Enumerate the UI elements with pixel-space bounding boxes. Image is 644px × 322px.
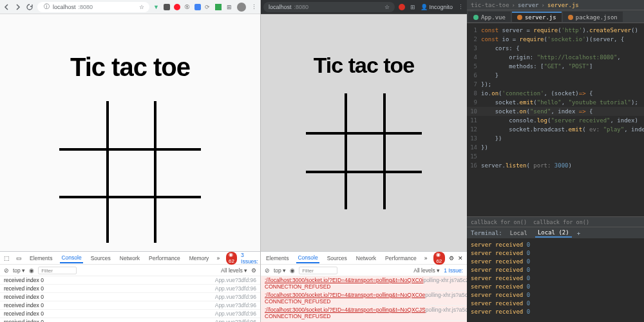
console-log: ://localhost:3000/socket.io/?EID=4&trans… (261, 276, 467, 322)
menu-icon[interactable]: ⋮ (250, 3, 258, 11)
tab-sources[interactable]: Sources (90, 254, 112, 263)
terminal-tabs: Terminal: Local Local (2) + (467, 227, 644, 238)
address-bar[interactable]: localhost:8080 ☆ (263, 2, 395, 12)
eye-icon[interactable]: ◉ (290, 267, 295, 274)
code-line[interactable]: 6 } (467, 71, 644, 80)
tictactoe-board[interactable] (306, 93, 422, 209)
crumb-file[interactable]: server.js (547, 2, 579, 8)
inspect-icon[interactable]: ⬚ (4, 255, 10, 261)
code-line[interactable]: 16server.listen( port: 3000) (467, 161, 644, 170)
tab-memory[interactable]: Memory (188, 254, 211, 263)
extensions-icon[interactable]: ⊞ (225, 3, 233, 11)
editor-tab[interactable]: package.json (563, 12, 623, 22)
code-line[interactable]: 1const server = require('http').createSe… (467, 26, 644, 35)
extensions-icon[interactable]: ⊞ (409, 3, 417, 11)
tictactoe-board[interactable] (59, 101, 201, 243)
error-badge[interactable]: ◉ 62 (433, 252, 445, 265)
issues-badge[interactable]: 3 Issues: (241, 252, 258, 265)
close-icon[interactable]: ✕ (458, 255, 463, 261)
code-editor[interactable]: 1const server = require('http').createSe… (467, 23, 644, 216)
star-icon[interactable]: ☆ (139, 4, 144, 10)
code-line[interactable]: 13 }) (467, 134, 644, 143)
breadcrumb: tic-tac-toe › server › server.js (467, 0, 644, 10)
code-line[interactable]: 5 methods: ["GET", "POST"] (467, 62, 644, 71)
context-selector[interactable]: top ▾ (274, 267, 286, 274)
reload-icon[interactable] (26, 3, 33, 11)
code-line[interactable]: 4 origin: "http://localhost:8080", (467, 53, 644, 62)
terminal-output[interactable]: server received 0server received 0server… (467, 238, 644, 322)
code-line[interactable]: 7}); (467, 80, 644, 89)
ext-icon-3[interactable] (194, 4, 201, 10)
breadcrumb-footer: callback for on() callback for on() (467, 216, 644, 227)
ext-opera-icon[interactable] (174, 4, 180, 10)
clear-console-icon[interactable]: ⊘ (265, 267, 270, 274)
ext-icon-2[interactable]: ⦿ (184, 4, 191, 10)
console-log: received index 0App.vue?3dfd:96received … (0, 276, 260, 322)
filter-input[interactable]: Filter (299, 267, 337, 274)
term-tab-local2[interactable]: Local (2) (535, 229, 572, 238)
profile-avatar[interactable] (237, 3, 246, 12)
chrome-toolbar: localhost:8080 ☆ ⊞ 👤 Incognito ⋮ (261, 0, 467, 14)
tab-performance[interactable]: Performance (384, 254, 418, 263)
crumb-project[interactable]: tic-tac-toe (471, 2, 509, 8)
tab-elements[interactable]: Elements (265, 254, 290, 263)
code-line[interactable]: 2const io = require('socket.io')(server,… (467, 35, 644, 44)
issues-badge[interactable]: 1 Issue: (444, 267, 463, 274)
devtools-panel: ⬚ ▭ Elements Console Sources Network Per… (0, 251, 260, 322)
forward-icon[interactable] (14, 3, 22, 11)
code-line[interactable]: 15 (467, 152, 644, 161)
tab-more[interactable]: » (216, 255, 220, 261)
tab-performance[interactable]: Performance (147, 254, 182, 263)
term-add-icon[interactable]: + (577, 230, 580, 236)
code-line[interactable]: 14}) (467, 143, 644, 152)
filter-input[interactable]: Filter (38, 267, 77, 274)
tab-more[interactable]: » (424, 255, 428, 261)
clear-console-icon[interactable]: ⊘ (4, 267, 9, 274)
levels-selector[interactable]: All levels ▾ (221, 267, 247, 274)
error-badge[interactable]: ◉ 62 (226, 252, 237, 265)
tab-network[interactable]: Network (355, 254, 377, 263)
devtools-panel: Elements Console Sources Network Perform… (261, 251, 467, 322)
tab-network[interactable]: Network (118, 254, 141, 263)
terminal-line: server received 0 (471, 308, 644, 316)
levels-selector[interactable]: All levels ▾ (413, 267, 440, 274)
editor-tab[interactable]: server.js (512, 12, 562, 22)
footer-a: callback for on() (471, 219, 527, 225)
code-line[interactable]: 10 socket.on("send", index => { (467, 107, 644, 116)
gear-icon[interactable]: ⚙ (251, 267, 256, 274)
term-tab-local[interactable]: Local (507, 229, 530, 237)
editor-tab[interactable]: App.vue (468, 12, 511, 22)
page-title: Tic tac toe (314, 53, 415, 78)
ext-icon-5[interactable] (215, 4, 222, 10)
terminal-line: server received 0 (471, 241, 644, 249)
terminal-line: server received 0 (471, 274, 644, 283)
console-row: received index 0App.vue?3dfd:96 (0, 301, 260, 310)
code-line[interactable]: 3 cors: { (467, 44, 644, 53)
ext-icon-4[interactable]: ⟳ (205, 4, 211, 10)
code-line[interactable]: 8io.on('connection', (socket)=> { (467, 89, 644, 98)
crumb-folder[interactable]: server (518, 2, 539, 8)
gear-icon[interactable]: ⚙ (449, 255, 454, 261)
terminal-line: server received 0 (471, 266, 644, 274)
ext-icon[interactable] (399, 4, 405, 10)
code-line[interactable]: 11 console.log("server received", index) (467, 116, 644, 125)
console-error-row: ://localhost:3000/socket.io/?EID=4&trans… (261, 276, 467, 291)
eye-icon[interactable]: ◉ (29, 267, 34, 274)
page-title: Tic tac toe (70, 53, 190, 82)
console-row: received index 0App.vue?3dfd:96 (0, 318, 260, 322)
address-bar[interactable]: ⓘ localhost:8080 ☆ (37, 2, 149, 12)
tab-elements[interactable]: Elements (28, 254, 53, 263)
device-icon[interactable]: ▭ (16, 255, 22, 261)
back-icon[interactable] (3, 3, 10, 11)
ext-icon[interactable] (164, 4, 170, 10)
tab-console[interactable]: Console (296, 253, 319, 263)
code-line[interactable]: 12 socket.broadcast.emit( ev: "play", in… (467, 125, 644, 134)
page-content: Tic tac toe (0, 14, 260, 251)
ext-vue-icon[interactable]: ▼ (153, 4, 160, 10)
star-icon[interactable]: ☆ (384, 4, 390, 10)
code-line[interactable]: 9 socket.emit("hello", "youtube tutorial… (467, 98, 644, 107)
tab-sources[interactable]: Sources (326, 254, 348, 263)
menu-icon[interactable]: ⋮ (457, 3, 464, 11)
context-selector[interactable]: top ▾ (13, 267, 25, 274)
tab-console[interactable]: Console (60, 253, 82, 263)
